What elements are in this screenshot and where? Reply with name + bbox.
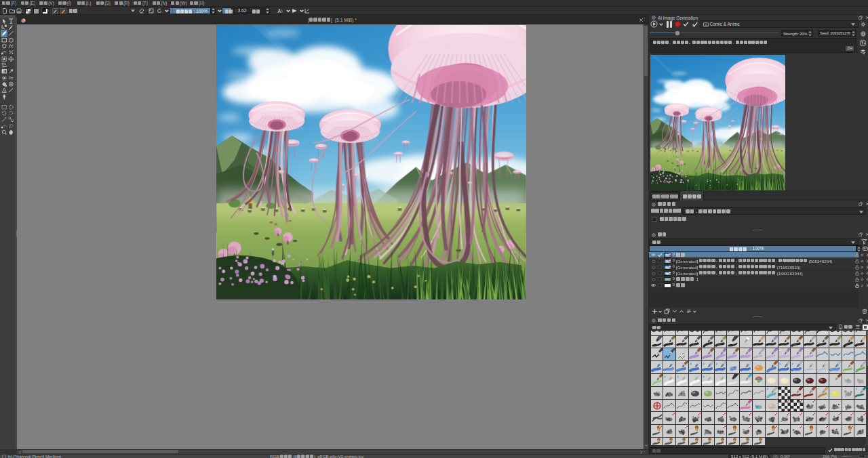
svg-text:15: 15 xyxy=(704,23,707,26)
